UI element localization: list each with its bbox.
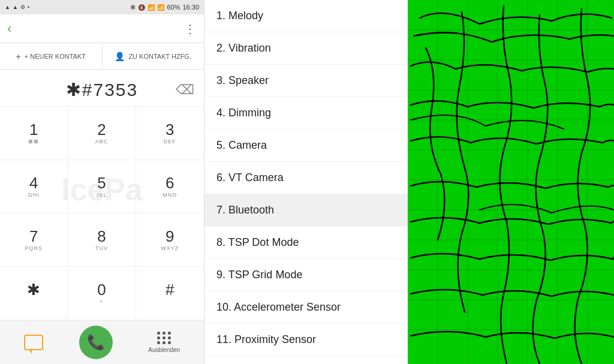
message-button[interactable] — [24, 335, 43, 350]
wifi-icon: 📶 — [148, 4, 155, 11]
bottom-bar: 📞 Ausblenden — [0, 321, 204, 364]
back-button[interactable]: ‹ — [7, 21, 11, 37]
menu-item-5[interactable]: 5. Camera — [204, 130, 408, 162]
menu-item-10[interactable]: 10. Accelerometer Sensor — [204, 291, 408, 324]
bluetooth-status-icon: ✻ — [130, 4, 136, 11]
drawing-canvas — [408, 0, 614, 364]
key-8[interactable]: 8TUV — [68, 213, 136, 267]
key-letters-5: MNO — [162, 192, 177, 198]
key-#[interactable]: # — [136, 267, 204, 320]
android-icon: ⚙ — [20, 4, 25, 10]
hide-label: Ausblenden — [148, 347, 180, 353]
status-bar-left: ▲ ▲ ⚙ • — [5, 4, 29, 10]
key-letters-7: TUV — [95, 245, 108, 252]
key-letters-2: DEF — [164, 139, 176, 145]
menu-item-11[interactable]: 11. Proximity Sensor — [204, 324, 408, 356]
mute-icon: 🔇 — [138, 4, 145, 11]
keypad: 1▦▦2ABC3DEF4GHI5JKL6MNO7PQRS8TUV9WXYZ✱0+… — [0, 107, 204, 321]
key-number-1: 2 — [97, 122, 106, 137]
key-2[interactable]: 2ABC — [68, 107, 136, 160]
key-number-8: 9 — [165, 228, 174, 244]
menu-item-4[interactable]: 4. Dimming — [204, 97, 408, 130]
key-number-11: # — [165, 282, 174, 297]
key-✱[interactable]: ✱ — [0, 267, 68, 320]
key-number-3: 4 — [29, 175, 38, 191]
key-number-2: 3 — [165, 122, 174, 137]
menu-item-7[interactable]: 7. Bluetooth — [204, 194, 408, 227]
hide-button[interactable]: Ausblenden — [148, 332, 180, 353]
key-4[interactable]: 4GHI — [0, 160, 68, 213]
triangle2-icon: ▲ — [13, 4, 18, 10]
status-bar-right: ✻ 🔇 📶 📶 60% 16:30 — [130, 4, 199, 11]
signal-icon: 📶 — [157, 4, 164, 11]
menu-panel: 1. Melody2. Vibration3. Speaker4. Dimmin… — [204, 0, 408, 364]
key-3[interactable]: 3DEF — [136, 107, 204, 160]
new-contact-button[interactable]: + + NEUER KONTAKT — [0, 43, 103, 69]
key-number-10: 0 — [97, 282, 106, 297]
new-contact-label: + NEUER KONTAKT — [25, 53, 86, 60]
key-number-0: 1 — [29, 122, 38, 137]
key-letters-0: ▦▦ — [28, 139, 39, 145]
dialed-number: ✱#7353 — [12, 79, 192, 100]
key-number-7: 8 — [97, 228, 106, 244]
key-number-9: ✱ — [27, 282, 40, 297]
key-letters-4: JKL — [96, 192, 107, 198]
key-letters-3: GHI — [28, 192, 40, 198]
triangle-icon: ▲ — [5, 4, 10, 10]
key-number-5: 6 — [165, 175, 174, 191]
phone-panel: ▲ ▲ ⚙ • ✻ 🔇 📶 📶 60% 16:30 ‹ ⋮ + + NEUER … — [0, 0, 204, 364]
more-button[interactable]: ⋮ — [184, 22, 197, 36]
key-0[interactable]: 0+ — [68, 267, 136, 320]
to-contact-button[interactable]: 👤 ZU KONTAKT HZFG. — [103, 43, 204, 69]
menu-item-12[interactable]: 12. Light Sensor — [204, 356, 408, 364]
top-nav: ‹ ⋮ — [0, 14, 204, 43]
key-1[interactable]: 1▦▦ — [0, 107, 68, 160]
menu-item-1[interactable]: 1. Melody — [204, 0, 408, 32]
battery-text: 60% — [167, 4, 180, 11]
action-bar: + + NEUER KONTAKT 👤 ZU KONTAKT HZFG. — [0, 43, 204, 70]
to-contact-label: ZU KONTAKT HZFG. — [128, 53, 191, 60]
status-bar: ▲ ▲ ⚙ • ✻ 🔇 📶 📶 60% 16:30 — [0, 0, 204, 14]
key-number-6: 7 — [29, 228, 38, 244]
key-letters-1: ABC — [95, 139, 109, 145]
key-number-4: 5 — [97, 175, 106, 191]
call-button[interactable]: 📞 — [79, 326, 113, 359]
time-display: 16:30 — [182, 4, 199, 11]
dots-grid-icon — [157, 332, 171, 344]
dot-icon: • — [28, 4, 29, 10]
add-icon: + — [16, 52, 21, 61]
key-6[interactable]: 6MNO — [136, 160, 204, 213]
menu-item-6[interactable]: 6. VT Camera — [204, 162, 408, 194]
phone-icon: 📞 — [87, 334, 105, 351]
key-9[interactable]: 9WXYZ — [136, 213, 204, 267]
key-5[interactable]: 5JKL — [68, 160, 136, 213]
menu-item-9[interactable]: 9. TSP Grid Mode — [204, 259, 408, 291]
key-7[interactable]: 7PQRS — [0, 213, 68, 267]
key-letters-6: PQRS — [25, 245, 43, 252]
menu-item-3[interactable]: 3. Speaker — [204, 65, 408, 97]
menu-item-2[interactable]: 2. Vibration — [204, 32, 408, 65]
key-letters-8: WXYZ — [161, 245, 179, 252]
menu-item-8[interactable]: 8. TSP Dot Mode — [204, 227, 408, 259]
green-drawing-panel — [408, 0, 614, 364]
backspace-button[interactable]: ⌫ — [176, 82, 194, 98]
dialer-display: IcePa ✱#7353 ⌫ — [0, 70, 204, 107]
person-icon: 👤 — [115, 52, 125, 61]
message-icon — [24, 335, 43, 350]
key-letters-10: + — [100, 299, 103, 305]
